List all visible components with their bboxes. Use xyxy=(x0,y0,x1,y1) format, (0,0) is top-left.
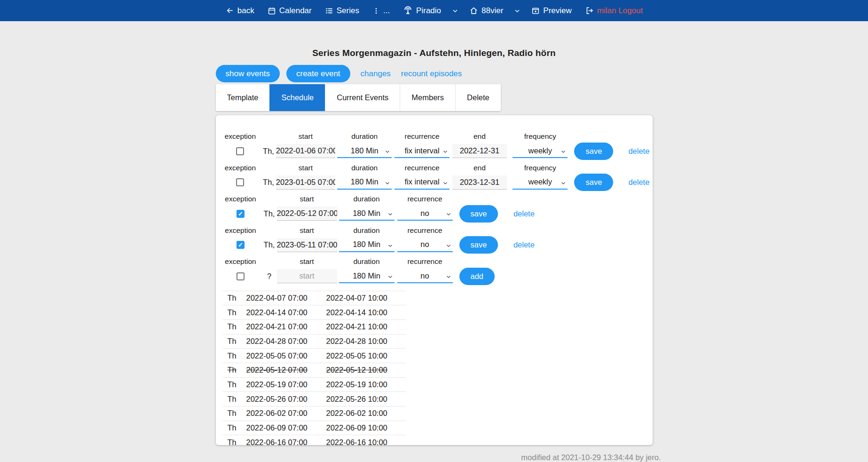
tab-current-events[interactable]: Current Events xyxy=(325,84,400,111)
duration-value: 180 Min xyxy=(353,209,380,218)
start-input[interactable] xyxy=(277,238,337,252)
event-row: Th 2022-05-19 07:00 2022-05-19 10:00 xyxy=(223,377,406,392)
duration-value: 180 Min xyxy=(351,146,379,155)
nav-calendar[interactable]: Calendar xyxy=(268,6,312,16)
day-label: Th, xyxy=(262,236,277,254)
chevron-down-icon xyxy=(387,242,394,251)
schedule-form: exception Th, start duration 180 Min rec… xyxy=(216,115,653,287)
day-label: Th, xyxy=(261,142,276,160)
save-button[interactable]: save xyxy=(574,174,613,191)
start-input[interactable] xyxy=(277,207,337,221)
exception-checkbox[interactable] xyxy=(237,272,245,280)
frequency-select[interactable]: weekly xyxy=(513,144,568,158)
duration-label: duration xyxy=(353,256,379,267)
schedule-row: exception Th, start duration 180 Min rec… xyxy=(216,162,653,194)
recurrence-select[interactable]: no xyxy=(397,269,453,283)
nav-back[interactable]: back xyxy=(225,6,254,16)
event-start: 2022-05-26 07:00 xyxy=(246,395,326,404)
modified-note: modified at 2021-10-29 13:34:44 by jero. xyxy=(216,453,661,462)
start-input[interactable] xyxy=(276,144,335,158)
event-row: Th 2022-05-12 07:00 2022-05-12 10:00 xyxy=(223,363,406,377)
event-row: Th 2022-04-21 07:00 2022-04-21 10:00 xyxy=(223,319,406,334)
create-event-button[interactable]: create event xyxy=(286,65,350,82)
day-label: ? xyxy=(262,267,277,285)
event-end: 2022-04-28 10:00 xyxy=(326,337,406,346)
nav-logout[interactable]: milan Logout xyxy=(585,6,643,16)
event-row: Th 2022-06-02 07:00 2022-06-02 10:00 xyxy=(223,406,406,421)
event-end: 2022-05-19 10:00 xyxy=(326,380,406,389)
add-button[interactable]: add xyxy=(459,268,495,285)
save-button[interactable]: save xyxy=(574,143,613,160)
event-end: 2022-05-05 10:00 xyxy=(326,351,406,360)
exception-label: exception xyxy=(225,225,256,236)
exception-checkbox[interactable] xyxy=(237,210,245,218)
tab-members[interactable]: Members xyxy=(400,84,455,111)
delete-link[interactable]: delete xyxy=(628,178,649,187)
end-input[interactable] xyxy=(452,144,507,158)
antenna-icon xyxy=(403,6,413,16)
event-end: 2022-04-21 10:00 xyxy=(326,322,406,331)
event-start: 2022-06-09 07:00 xyxy=(246,423,326,432)
tab-schedule[interactable]: Schedule xyxy=(269,84,325,111)
start-label: start xyxy=(299,162,313,174)
delete-link[interactable]: delete xyxy=(513,240,535,249)
events-table: Th 2022-04-07 07:00 2022-04-07 10:00 Th … xyxy=(223,291,406,446)
nav-more[interactable]: ... xyxy=(372,6,390,16)
nav-more-label: ... xyxy=(383,6,390,16)
duration-select[interactable]: 180 Min xyxy=(339,238,395,252)
event-row: Th 2022-04-28 07:00 2022-04-28 10:00 xyxy=(223,334,406,349)
event-start: 2022-04-14 07:00 xyxy=(246,308,326,317)
recurrence-select[interactable]: fix interval xyxy=(395,144,449,158)
duration-select[interactable]: 180 Min xyxy=(339,269,395,283)
duration-select[interactable]: 180 Min xyxy=(337,175,392,190)
event-end: 2022-06-16 10:00 xyxy=(326,438,406,445)
save-button[interactable]: save xyxy=(459,205,498,223)
exception-checkbox[interactable] xyxy=(236,178,244,186)
start-input[interactable] xyxy=(276,175,335,190)
delete-link[interactable]: delete xyxy=(513,209,535,218)
duration-select[interactable]: 180 Min xyxy=(337,144,392,158)
changes-link[interactable]: changes xyxy=(361,69,391,79)
save-button[interactable]: save xyxy=(459,236,498,254)
event-start: 2022-04-07 07:00 xyxy=(246,294,326,303)
tab-delete[interactable]: Delete xyxy=(455,84,501,111)
exception-checkbox[interactable] xyxy=(237,241,245,249)
recurrence-value: no xyxy=(420,271,429,280)
recount-episodes-link[interactable]: recount episodes xyxy=(401,69,462,79)
frequency-value: weekly xyxy=(529,177,552,186)
nav-piradio[interactable]: Piradio xyxy=(403,6,441,16)
event-start: 2022-05-19 07:00 xyxy=(246,380,326,389)
nav-calendar-label: Calendar xyxy=(279,6,312,16)
frequency-select[interactable]: weekly xyxy=(513,175,568,190)
duration-select[interactable]: 180 Min xyxy=(339,207,395,221)
exception-label: exception xyxy=(225,131,256,142)
nav-series[interactable]: Series xyxy=(325,6,359,16)
exception-label: exception xyxy=(225,162,256,174)
end-input[interactable] xyxy=(452,175,507,190)
duration-label: duration xyxy=(351,131,378,142)
recurrence-label: recurrence xyxy=(407,256,442,267)
station-dropdown-toggle[interactable] xyxy=(513,7,521,15)
event-day: Th xyxy=(223,438,246,445)
exception-checkbox[interactable] xyxy=(236,147,244,155)
logout-icon xyxy=(585,6,594,15)
event-start: 2022-04-28 07:00 xyxy=(246,337,326,346)
chevron-down-icon xyxy=(442,179,449,188)
day-label: Th, xyxy=(261,174,276,191)
exception-label: exception xyxy=(225,256,256,267)
recurrence-select[interactable]: no xyxy=(397,238,453,252)
delete-link[interactable]: delete xyxy=(628,147,649,156)
day-label: Th, xyxy=(262,205,277,223)
event-day: Th xyxy=(223,322,246,331)
frequency-label: frequency xyxy=(524,162,556,174)
start-label: start xyxy=(300,225,314,236)
nav-station[interactable]: 88vier xyxy=(469,6,503,16)
nav-preview[interactable]: Preview xyxy=(531,6,571,16)
recurrence-select[interactable]: fix interval xyxy=(395,175,449,190)
tab-template[interactable]: Template xyxy=(216,84,270,111)
piradio-dropdown-toggle[interactable] xyxy=(451,7,459,15)
schedule-row: exception Th, start duration 180 Min rec… xyxy=(216,193,653,225)
show-events-button[interactable]: show events xyxy=(216,65,280,82)
recurrence-select[interactable]: no xyxy=(397,207,453,221)
start-input[interactable] xyxy=(277,269,337,283)
